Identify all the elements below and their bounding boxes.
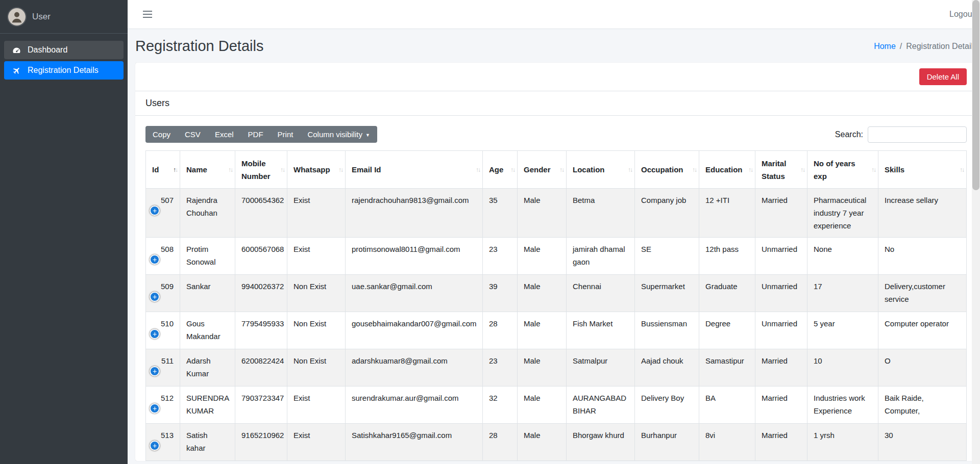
cell-email-id: gousebhaimakandar007@gmail.com xyxy=(346,312,483,349)
breadcrumb: Home / Registration Details xyxy=(874,42,977,51)
cell-location: Betma xyxy=(567,189,635,238)
column-header-skills[interactable]: Skills↑↓ xyxy=(878,151,967,189)
cell-email-id: uae.sankar@gmail.com xyxy=(346,275,483,312)
cell-skills: Baik Raide, Computer, xyxy=(878,386,967,424)
cell-location: Satmalpur xyxy=(567,349,635,386)
expand-row-button[interactable]: + xyxy=(150,329,160,339)
sidebar: User DashboardRegistration Details xyxy=(0,0,128,464)
main-area: Logout Registration Details Home / Regis… xyxy=(128,0,980,464)
table-header-row: Id↑↓Name↑↓Mobile Number↑↓Whatsapp↑↓Email… xyxy=(146,151,967,189)
cell-email-id: protimsonowal8011@gmail.com xyxy=(346,238,483,275)
export-button-group: CopyCSVExcelPDFPrintColumn visibility▼ xyxy=(145,126,377,143)
cell-gender: Male xyxy=(518,275,567,312)
cell-whatsapp: Exist xyxy=(287,386,346,424)
cell-marital-status: Married xyxy=(755,349,807,386)
print-button[interactable]: Print xyxy=(271,126,301,143)
page-title: Registration Details xyxy=(135,38,263,55)
users-table: Id↑↓Name↑↓Mobile Number↑↓Whatsapp↑↓Email… xyxy=(145,150,967,461)
sidebar-item-dashboard[interactable]: Dashboard xyxy=(4,41,124,59)
expand-row-button[interactable]: + xyxy=(150,205,160,216)
cell-no-of-years-exp: 5 year xyxy=(807,312,878,349)
logout-link[interactable]: Logout xyxy=(949,10,974,19)
breadcrumb-separator: / xyxy=(900,42,902,51)
excel-button[interactable]: Excel xyxy=(208,126,241,143)
column-header-email-id[interactable]: Email Id↑↓ xyxy=(346,151,483,189)
expand-row-button[interactable]: + xyxy=(150,403,160,414)
cell-age: 23 xyxy=(483,349,518,386)
cell-mobile-number: 7903723347 xyxy=(235,386,287,424)
sort-icon: ↑↓ xyxy=(228,163,232,176)
column-header-no-of-years-exp[interactable]: No of years exp↑↓ xyxy=(807,151,878,189)
cell-skills: O xyxy=(878,349,967,386)
column-header-occupation[interactable]: Occupation↑↓ xyxy=(635,151,699,189)
column-header-mobile-number[interactable]: Mobile Number↑↓ xyxy=(235,151,287,189)
cell-mobile-number: 7795495933 xyxy=(235,312,287,349)
column-header-location[interactable]: Location↑↓ xyxy=(567,151,635,189)
user-avatar xyxy=(8,8,26,25)
cell-location: Fish Market xyxy=(567,312,635,349)
table-row: +511Adarsh Kumar6200822424Non Existadars… xyxy=(146,349,967,386)
cell-occupation: Burhanpur xyxy=(635,424,699,461)
expand-row-button[interactable]: + xyxy=(150,254,160,265)
pdf-button[interactable]: PDF xyxy=(241,126,271,143)
row-id: 509 xyxy=(161,282,174,291)
table-row: +508Protim Sonowal6000567068Existprotims… xyxy=(146,238,967,275)
delete-all-button[interactable]: Delete All xyxy=(919,68,967,85)
sidebar-item-registration-details[interactable]: Registration Details xyxy=(4,61,124,80)
cell-age: 35 xyxy=(483,189,518,238)
expand-row-button[interactable]: + xyxy=(150,366,160,376)
csv-button[interactable]: CSV xyxy=(178,126,208,143)
expand-row-button[interactable]: + xyxy=(150,292,160,302)
user-name-label: User xyxy=(32,12,51,22)
sort-icon: ↑↓ xyxy=(800,163,804,176)
column-header-whatsapp[interactable]: Whatsapp↑↓ xyxy=(287,151,346,189)
column-header-label: Whatsapp xyxy=(293,165,330,174)
sidebar-item-label: Registration Details xyxy=(28,66,99,75)
cell-whatsapp: Non Exist xyxy=(287,275,346,312)
column-header-education[interactable]: Education↑↓ xyxy=(699,151,755,189)
breadcrumb-home-link[interactable]: Home xyxy=(874,42,896,51)
cell-no-of-years-exp: 10 xyxy=(807,349,878,386)
cell-name: Satish kahar xyxy=(180,424,235,461)
column-header-marital-status[interactable]: Marital Status↑↓ xyxy=(755,151,807,189)
cell-email-id: adarshkuamar8@gmail.com xyxy=(346,349,483,386)
cell-whatsapp: Exist xyxy=(287,238,346,275)
column-header-name[interactable]: Name↑↓ xyxy=(180,151,235,189)
cell-skills: Increase sellary xyxy=(878,189,967,238)
sidebar-menu: DashboardRegistration Details xyxy=(0,34,128,84)
sort-icon: ↑↓ xyxy=(280,163,284,176)
cell-id: +509 xyxy=(146,275,180,312)
cell-email-id: rajendrachouhan9813@gmail.com xyxy=(346,189,483,238)
cell-gender: Male xyxy=(518,312,567,349)
cell-education: Samastipur xyxy=(699,349,755,386)
cell-no-of-years-exp: Industries work Experience xyxy=(807,386,878,424)
page-scrollbar[interactable] xyxy=(972,0,980,464)
sort-icon: ↑↓ xyxy=(338,163,342,176)
sort-icon: ↑↓ xyxy=(628,163,632,176)
column-header-id[interactable]: Id↑↓ xyxy=(146,151,180,189)
cell-age: 28 xyxy=(483,312,518,349)
cell-name: SURENDRA KUMAR xyxy=(180,386,235,424)
sidebar-item-label: Dashboard xyxy=(28,45,67,55)
table-row: +512SURENDRA KUMAR7903723347Existsurendr… xyxy=(146,386,967,424)
scrollbar-thumb[interactable] xyxy=(972,0,979,190)
search-input[interactable] xyxy=(868,126,967,143)
expand-row-button[interactable]: + xyxy=(150,441,160,451)
copy-button[interactable]: Copy xyxy=(145,126,178,143)
cell-whatsapp: Exist xyxy=(287,424,346,461)
cell-occupation: Bussiensman xyxy=(635,312,699,349)
column-header-gender[interactable]: Gender↑↓ xyxy=(518,151,567,189)
column-header-age[interactable]: Age↑↓ xyxy=(483,151,518,189)
row-id: 513 xyxy=(161,431,174,440)
cell-no-of-years-exp: 1 yrsh xyxy=(807,424,878,461)
column-visibility-button[interactable]: Column visibility▼ xyxy=(300,126,377,143)
cell-marital-status: Unmarried xyxy=(755,238,807,275)
cell-name: Gous Makandar xyxy=(180,312,235,349)
cell-skills: Computer operator xyxy=(878,312,967,349)
column-header-label: Mobile Number xyxy=(241,159,271,181)
table-row: +509Sankar9940026372Non Existuae.sankar@… xyxy=(146,275,967,312)
sort-icon: ↑↓ xyxy=(692,163,696,176)
menu-toggle-icon[interactable] xyxy=(141,9,154,20)
cell-id: +510 xyxy=(146,312,180,349)
cell-name: Sankar xyxy=(180,275,235,312)
